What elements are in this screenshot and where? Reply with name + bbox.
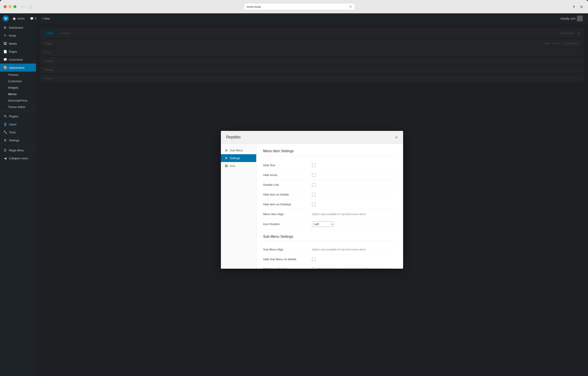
sidebar-subitem-themes[interactable]: Themes xyxy=(0,72,36,78)
modal-nav-icon-label: Icon xyxy=(230,164,235,167)
admin-bar-new[interactable]: + New xyxy=(39,13,53,23)
sidebar-label-settings: Settings xyxy=(9,139,19,142)
user-avatar xyxy=(577,16,583,21)
setting-row-hide-sub-mobile: Hide Sub Menu on Mobile xyxy=(263,254,397,264)
sidebar-subitem-generatepress[interactable]: GeneratePress xyxy=(0,97,36,104)
widgets-label: Widgets xyxy=(8,86,19,89)
icon-position-label: Icon Position xyxy=(263,222,312,226)
home-icon: 🏠 xyxy=(12,17,16,20)
address-bar[interactable]: mmm.local ↻ xyxy=(244,3,355,10)
modal-close-button[interactable]: × xyxy=(395,135,398,140)
sidebar-label-posts: Posts xyxy=(9,34,16,37)
theme-editor-label: Theme Editor xyxy=(8,105,25,109)
hide-desktop-checkbox[interactable] xyxy=(312,203,315,206)
dashboard-icon: ⊞ xyxy=(3,26,7,29)
hide-arrow-control xyxy=(312,173,397,177)
collapse-sub-menu-checkbox[interactable] xyxy=(312,267,315,269)
sub-menu-align-control: Option only available for top level menu… xyxy=(312,248,397,251)
collapse-icon: ◀ xyxy=(3,157,7,160)
modal-nav-icon[interactable]: 🖼 Icon xyxy=(221,162,256,170)
icon-position-select[interactable]: Left Right Before Text After Text xyxy=(312,221,334,227)
customize-label: Customize xyxy=(8,80,21,83)
window-resize-button[interactable]: ⬜ xyxy=(27,4,33,10)
setting-row-hide-mobile: Hide Item on Mobile xyxy=(263,190,397,199)
sidebar-subitem-theme-editor[interactable]: Theme Editor xyxy=(0,104,36,110)
setting-row-icon-position: Icon Position Left Right Before Text Aft… xyxy=(263,219,397,229)
menu-align-control: Option only available for top level menu… xyxy=(312,213,397,216)
admin-bar-home[interactable]: 🏠 mmm xyxy=(10,13,27,23)
sidebar-item-media[interactable]: 🖼 Media xyxy=(0,40,36,48)
menus-label: Menus xyxy=(8,93,17,96)
modal-body: ⊞ Sub Menu ⚙ Settings 🖼 Icon xyxy=(221,144,403,269)
modal-settings-content: Menu Item Settings Hide Text Hide Arrow xyxy=(256,144,403,269)
new-label: + New xyxy=(42,17,50,20)
modal-nav-settings[interactable]: ⚙ Settings xyxy=(221,154,256,162)
modal-dialog: Reptiles × ⊞ Sub Menu ⚙ Settings xyxy=(221,131,403,269)
sidebar-subitem-widgets[interactable]: Widgets xyxy=(0,84,36,91)
minimize-traffic-light[interactable] xyxy=(9,5,11,8)
sidebar-item-plugins[interactable]: 🔌 Plugins xyxy=(0,112,36,120)
back-button[interactable]: ‹ xyxy=(21,5,22,9)
hide-desktop-label: Hide Item on Desktop xyxy=(263,203,312,206)
sidebar-item-tools[interactable]: 🔧 Tools xyxy=(0,128,36,136)
hide-text-checkbox[interactable] xyxy=(312,164,315,167)
new-tab-button[interactable]: ⊞ xyxy=(579,4,584,10)
collapse-sub-menu-note: Only applies to menu items displayed wit… xyxy=(318,268,392,269)
sidebar-label-collapse-menu: Collapse menu xyxy=(9,157,28,160)
modal-nav-settings-label: Settings xyxy=(230,157,240,160)
sidebar-item-settings[interactable]: ⚙ Settings xyxy=(0,136,36,144)
sidebar-item-mega-menu[interactable]: ☰ Mega Menu xyxy=(0,146,36,154)
setting-row-menu-align: Menu Item Align Option only available fo… xyxy=(263,209,397,219)
users-icon: 👤 xyxy=(3,123,7,126)
browser-chrome: ‹ › ⬜ mmm.local ↻ ⬆ ⊞ xyxy=(0,0,588,13)
sidebar-subitem-menus[interactable]: Menus xyxy=(0,91,36,97)
tools-icon: 🔧 xyxy=(3,130,7,134)
sub-menu-settings-title: Sub Menu Settings xyxy=(263,235,397,241)
sidebar-item-users[interactable]: 👤 Users xyxy=(0,120,36,128)
hide-mobile-label: Hide Item on Mobile xyxy=(263,193,312,196)
hide-mobile-checkbox[interactable] xyxy=(312,193,315,197)
disable-link-label: Disable Link xyxy=(263,183,312,187)
menu-align-note: Option only available for top level menu… xyxy=(312,213,366,216)
sidebar-subitem-customize[interactable]: Customize xyxy=(0,78,36,84)
sidebar-label-mega-menu: Mega Menu xyxy=(9,149,24,152)
sub-menu-align-note: Option only available for top level menu… xyxy=(312,248,366,251)
close-traffic-light[interactable] xyxy=(4,5,7,8)
sidebar-label-media: Media xyxy=(9,42,17,45)
wp-admin-bar: W 🏠 mmm 💬 0 + New Howdy, tom xyxy=(0,13,588,23)
media-icon: 🖼 xyxy=(3,42,7,45)
sidebar-item-collapse-menu[interactable]: ◀ Collapse menu xyxy=(0,154,36,162)
settings-icon: ⚙ xyxy=(3,138,7,142)
pages-icon: 📄 xyxy=(3,50,7,53)
admin-bar-comments[interactable]: 💬 0 xyxy=(27,13,39,23)
url-text: mmm.local xyxy=(247,5,261,9)
forward-button[interactable]: › xyxy=(23,5,24,9)
settings-nav-icon: ⚙ xyxy=(224,157,228,160)
disable-link-checkbox[interactable] xyxy=(312,183,315,187)
reload-icon[interactable]: ↻ xyxy=(349,5,352,9)
wp-logo[interactable]: W xyxy=(3,15,9,21)
hide-text-control xyxy=(312,164,397,167)
sidebar-item-pages[interactable]: 📄 Pages xyxy=(0,48,36,56)
hide-arrow-checkbox[interactable] xyxy=(312,173,315,177)
setting-row-collapse-sub-menu: Collapse sub menu Only applies to menu i… xyxy=(263,264,397,269)
admin-bar-howdy[interactable]: Howdy, tom xyxy=(558,16,585,21)
collapse-sub-menu-control: Only applies to menu items displayed wit… xyxy=(312,267,397,269)
fullscreen-traffic-light[interactable] xyxy=(13,5,16,8)
nav-arrows: ‹ › xyxy=(21,5,25,9)
admin-bar-right: Howdy, tom xyxy=(558,16,585,21)
sidebar-item-appearance[interactable]: 🎨 Appearance xyxy=(0,63,36,72)
sidebar-label-plugins: Plugins xyxy=(9,115,19,118)
traffic-lights xyxy=(4,5,16,8)
setting-row-hide-text: Hide Text xyxy=(263,160,397,170)
sidebar-item-posts[interactable]: ✎ Posts xyxy=(0,31,36,40)
sidebar-label-tools: Tools xyxy=(9,131,16,134)
modal-nav-sub-menu[interactable]: ⊞ Sub Menu xyxy=(221,146,256,154)
sidebar-item-dashboard[interactable]: ⊞ Dashboard xyxy=(0,23,36,31)
icon-nav-icon: 🖼 xyxy=(224,164,228,167)
hide-mobile-control xyxy=(312,193,397,197)
sidebar-item-comments[interactable]: 💬 Comments xyxy=(0,56,36,63)
share-button[interactable]: ⬆ xyxy=(571,4,577,10)
site-name: mmm xyxy=(17,17,25,20)
hide-sub-mobile-checkbox[interactable] xyxy=(312,258,315,261)
